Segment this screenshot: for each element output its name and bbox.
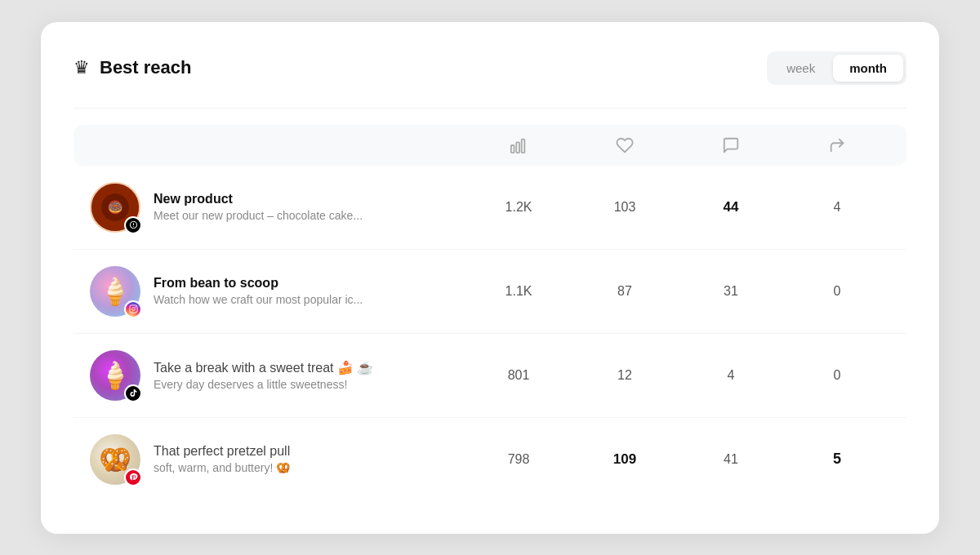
post-subtitle: Meet our new product – chocolate cake... — [154, 209, 363, 222]
svg-point-9 — [135, 306, 136, 307]
reach-stat: 1.1K — [466, 284, 572, 299]
likes-stat: 109 — [572, 451, 678, 468]
col-reach-icon — [466, 136, 572, 154]
post-info: 🍦 From bean to scoop Watch how we craft … — [90, 266, 466, 317]
month-button[interactable]: month — [833, 55, 903, 82]
reach-stat: 798 — [466, 452, 572, 467]
post-info: 🥨 That perfect pretzel pull soft, warm, … — [90, 434, 466, 485]
avatar-wrap: 🍩 — [90, 182, 140, 233]
reach-stat: 1.2K — [466, 200, 572, 215]
shares-stat: 4 — [784, 200, 890, 215]
post-text: New product Meet our new product – choco… — [154, 192, 363, 222]
col-shares-icon — [784, 136, 890, 154]
post-subtitle: Watch how we craft our most popular ic..… — [154, 293, 363, 306]
svg-point-8 — [131, 308, 135, 311]
header-divider — [74, 108, 906, 109]
card-title: Best reach — [100, 57, 192, 78]
table-row: 🍩 New product Meet our new product – cho… — [74, 166, 906, 250]
table-header-row — [74, 125, 906, 166]
period-toggle: week month — [767, 51, 906, 85]
avatar-wrap: 🍦 — [90, 266, 140, 317]
comments-stat: 31 — [678, 284, 784, 299]
shares-stat: 0 — [784, 368, 890, 383]
likes-stat: 12 — [572, 368, 678, 383]
week-button[interactable]: week — [770, 55, 831, 82]
post-title: Take a break with a sweet treat 🍰 ☕ — [154, 360, 373, 375]
post-info: 🍦 Take a break with a sweet treat 🍰 ☕ Ev… — [90, 350, 466, 401]
svg-rect-1 — [516, 142, 519, 153]
pinterest-badge — [124, 468, 142, 486]
col-comments-icon — [678, 136, 784, 154]
col-likes-icon — [572, 136, 678, 154]
table-row: 🥨 That perfect pretzel pull soft, warm, … — [74, 418, 906, 501]
post-subtitle: Every day deserves a little sweetness! — [154, 378, 373, 391]
shares-stat: 0 — [784, 284, 890, 299]
instagram-badge — [124, 300, 142, 318]
table-row: 🍦 Take a break with a sweet treat 🍰 ☕ Ev… — [74, 334, 906, 418]
post-info: 🍩 New product Meet our new product – cho… — [90, 182, 466, 233]
post-title: From bean to scoop — [154, 276, 363, 291]
post-text: That perfect pretzel pull soft, warm, an… — [154, 444, 290, 474]
post-text: From bean to scoop Watch how we craft ou… — [154, 276, 363, 306]
best-reach-card: ♛ Best reach week month — [41, 22, 939, 534]
card-header: ♛ Best reach week month — [74, 51, 906, 85]
post-title: New product — [154, 192, 363, 206]
post-title: That perfect pretzel pull — [154, 444, 290, 459]
svg-text:🍩: 🍩 — [108, 199, 123, 214]
title-area: ♛ Best reach — [74, 57, 192, 78]
likes-stat: 87 — [572, 284, 678, 299]
crown-icon: ♛ — [74, 57, 90, 78]
svg-rect-0 — [511, 145, 514, 153]
comments-stat: 41 — [678, 452, 784, 467]
post-subtitle: soft, warm, and buttery! 🥨 — [154, 461, 290, 474]
avatar-wrap: 🥨 — [90, 434, 140, 485]
threads-badge — [124, 216, 142, 234]
comments-stat: 44 — [678, 199, 784, 215]
avatar-wrap: 🍦 — [90, 350, 140, 401]
likes-stat: 103 — [572, 200, 678, 215]
svg-rect-2 — [522, 139, 525, 153]
comments-stat: 4 — [678, 368, 784, 383]
shares-stat: 5 — [784, 451, 890, 468]
post-text: Take a break with a sweet treat 🍰 ☕ Ever… — [154, 360, 373, 391]
svg-rect-7 — [129, 305, 136, 313]
tiktok-badge — [124, 384, 142, 402]
table-row: 🍦 From bean to scoop Watch how we craft … — [74, 250, 906, 334]
reach-stat: 801 — [466, 368, 572, 383]
